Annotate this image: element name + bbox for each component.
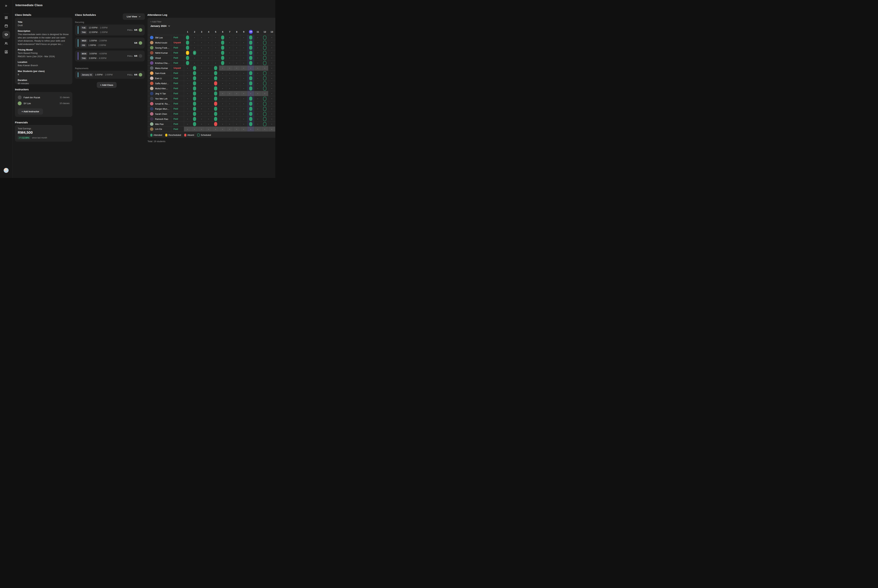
- attendance-cell[interactable]: -: [226, 55, 233, 60]
- attendance-cell[interactable]: -: [233, 66, 240, 70]
- attendance-cell[interactable]: -: [226, 106, 233, 111]
- attendance-cell[interactable]: [247, 116, 254, 122]
- attendance-cell[interactable]: -: [254, 86, 261, 91]
- attendance-cell[interactable]: -: [198, 96, 205, 101]
- attendance-cell[interactable]: -: [254, 50, 261, 55]
- attendance-cell[interactable]: -: [268, 40, 275, 45]
- attendance-cell[interactable]: [184, 35, 191, 40]
- attendance-cell[interactable]: [212, 81, 219, 86]
- attendance-cell[interactable]: -: [240, 55, 247, 60]
- attendance-cell[interactable]: -: [198, 76, 205, 81]
- attendance-cell[interactable]: [191, 116, 198, 122]
- attendance-cell[interactable]: -: [212, 35, 219, 40]
- attendance-cell[interactable]: [247, 76, 254, 81]
- attendance-cell[interactable]: -: [205, 101, 212, 106]
- attendance-cell[interactable]: -: [184, 116, 191, 122]
- attendance-cell[interactable]: -: [205, 81, 212, 86]
- attendance-cell[interactable]: [212, 66, 219, 70]
- attendance-cell[interactable]: -: [212, 126, 219, 132]
- attendance-cell[interactable]: -: [268, 60, 275, 66]
- attendance-cell[interactable]: -: [268, 81, 275, 86]
- attendance-cell[interactable]: -: [226, 101, 233, 106]
- attendance-cell[interactable]: -: [198, 126, 205, 132]
- attendance-cell[interactable]: -: [226, 60, 233, 66]
- attendance-cell[interactable]: -: [205, 76, 212, 81]
- attendance-cell[interactable]: [212, 101, 219, 106]
- attendance-cell[interactable]: [247, 40, 254, 45]
- attendance-cell[interactable]: [261, 50, 268, 55]
- attendance-cell[interactable]: r: [191, 50, 198, 55]
- attendance-cell[interactable]: [212, 86, 219, 91]
- attendance-cell[interactable]: [247, 55, 254, 60]
- attendance-cell[interactable]: [261, 101, 268, 106]
- attendance-cell[interactable]: -: [198, 86, 205, 91]
- attendance-cell[interactable]: -: [191, 40, 198, 45]
- attendance-cell[interactable]: [191, 101, 198, 106]
- attendance-cell[interactable]: -: [226, 35, 233, 40]
- attendance-cell[interactable]: -: [268, 55, 275, 60]
- attendance-cell[interactable]: -: [254, 76, 261, 81]
- attendance-cell[interactable]: -: [226, 126, 233, 132]
- attendance-cell[interactable]: -: [198, 111, 205, 116]
- attendance-cell[interactable]: -: [226, 50, 233, 55]
- attendance-cell[interactable]: -: [254, 40, 261, 45]
- attendance-cell[interactable]: [247, 111, 254, 116]
- attendance-cell[interactable]: -: [240, 76, 247, 81]
- attendance-cell[interactable]: [184, 55, 191, 60]
- attendance-cell[interactable]: [219, 60, 226, 66]
- attendance-cell[interactable]: -: [212, 55, 219, 60]
- attendance-cell[interactable]: -: [226, 91, 233, 96]
- attendance-cell[interactable]: -: [254, 126, 261, 132]
- attendance-cell[interactable]: -: [198, 122, 205, 126]
- attendance-cell[interactable]: -: [219, 76, 226, 81]
- attendance-cell[interactable]: -: [233, 122, 240, 126]
- add-instructor-button[interactable]: + Add Instructor: [18, 108, 43, 115]
- attendance-cell[interactable]: [261, 35, 268, 40]
- attendance-cell[interactable]: -: [219, 96, 226, 101]
- attendance-cell[interactable]: [247, 60, 254, 66]
- attendance-cell[interactable]: -: [233, 126, 240, 132]
- attendance-cell[interactable]: -: [219, 116, 226, 122]
- attendance-cell[interactable]: [212, 122, 219, 126]
- attendance-cell[interactable]: [261, 76, 268, 81]
- attendance-cell[interactable]: -: [254, 70, 261, 76]
- attendance-cell[interactable]: -: [268, 50, 275, 55]
- attendance-cell[interactable]: -: [198, 60, 205, 66]
- attendance-cell[interactable]: [261, 96, 268, 101]
- attendance-cell[interactable]: -: [226, 70, 233, 76]
- attendance-cell[interactable]: -: [226, 66, 233, 70]
- attendance-cell[interactable]: [219, 55, 226, 60]
- attendance-cell[interactable]: -: [233, 96, 240, 101]
- attendance-cell[interactable]: -: [240, 66, 247, 70]
- attendance-cell[interactable]: [191, 81, 198, 86]
- attendance-cell[interactable]: -: [226, 45, 233, 50]
- attendance-cell[interactable]: [212, 91, 219, 96]
- attendance-cell[interactable]: [261, 86, 268, 91]
- attendance-cell[interactable]: -: [226, 111, 233, 116]
- attendance-cell[interactable]: [191, 122, 198, 126]
- attendance-cell[interactable]: -: [240, 60, 247, 66]
- attendance-cell[interactable]: -: [240, 126, 247, 132]
- attendance-cell[interactable]: -: [233, 76, 240, 81]
- attendance-cell[interactable]: [184, 40, 191, 45]
- attendance-cell[interactable]: -: [198, 50, 205, 55]
- attendance-cell[interactable]: -: [219, 91, 226, 96]
- attendance-cell[interactable]: -: [184, 70, 191, 76]
- attendance-cell[interactable]: -: [184, 122, 191, 126]
- attendance-cell[interactable]: [247, 35, 254, 40]
- attendance-cell[interactable]: -: [240, 70, 247, 76]
- attendance-cell[interactable]: -: [268, 116, 275, 122]
- attendance-cell[interactable]: [191, 91, 198, 96]
- attendance-cell[interactable]: -: [205, 45, 212, 50]
- attendance-cell[interactable]: -: [233, 50, 240, 55]
- attendance-cell[interactable]: -: [254, 35, 261, 40]
- schedule-card[interactable]: MON3:00PM-4:00PMTHU3:00PM-4:00PMFULL6/6: [75, 51, 145, 62]
- attendance-cell[interactable]: -: [247, 66, 254, 70]
- attendance-cell[interactable]: r: [184, 50, 191, 55]
- attendance-cell[interactable]: -: [233, 35, 240, 40]
- attendance-cell[interactable]: -: [254, 96, 261, 101]
- attendance-cell[interactable]: -: [198, 55, 205, 60]
- attendance-cell[interactable]: -: [184, 101, 191, 106]
- attendance-cell[interactable]: -: [233, 116, 240, 122]
- attendance-cell[interactable]: -: [268, 35, 275, 40]
